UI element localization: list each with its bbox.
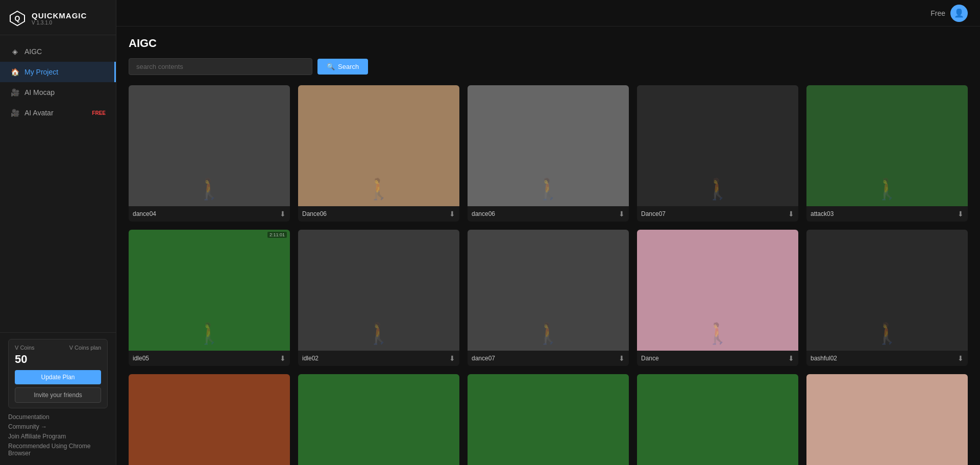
main-content: Free 👤 AIGC 🔍 Search 🚶dance04⬇🚶Dance06⬇🚶… bbox=[116, 0, 980, 465]
video-info-v6: idle05⬇ bbox=[129, 351, 290, 366]
sidebar-item-aigc[interactable]: ◈AIGC bbox=[0, 41, 116, 62]
video-thumb-v1: 🚶 bbox=[129, 85, 290, 206]
download-icon-v2[interactable]: ⬇ bbox=[449, 210, 455, 218]
sidebar-item-ai-mocap[interactable]: 🎥AI Mocap bbox=[0, 82, 116, 103]
search-input[interactable] bbox=[129, 58, 312, 75]
vcoins-plan-label: V Coins plan bbox=[69, 345, 101, 351]
download-icon-v4[interactable]: ⬇ bbox=[788, 210, 794, 218]
video-thumb-v15: 🚶 bbox=[806, 374, 968, 465]
thumb-placeholder-v13: 🚶 bbox=[468, 374, 629, 465]
thumb-placeholder-v11: 🚶 bbox=[129, 374, 290, 465]
logo-area: Q QUICKMAGIC V 1.3.1.0 bbox=[0, 0, 116, 35]
video-info-v2: Dance06⬇ bbox=[298, 206, 459, 222]
video-info-v5: attack03⬇ bbox=[806, 206, 968, 222]
video-card-v11[interactable]: 🚶Dacne02⬇ bbox=[129, 374, 290, 465]
video-thumb-v9: 🚶 bbox=[637, 230, 798, 351]
figure-icon-v5: 🚶 bbox=[874, 177, 900, 201]
video-card-v5[interactable]: 🚶attack03⬇ bbox=[806, 85, 968, 222]
thumb-placeholder-v7: 🚶 bbox=[298, 230, 459, 351]
video-card-v6[interactable]: 🚶2:11:01idle05⬇ bbox=[129, 230, 290, 366]
video-card-v3[interactable]: 🚶dance06⬇ bbox=[468, 85, 629, 222]
sidebar-bottom: V Coins V Coins plan 50 Update Plan Invi… bbox=[0, 332, 116, 465]
video-card-v4[interactable]: 🚶Dance07⬇ bbox=[637, 85, 798, 222]
ai-avatar-icon: 🎥 bbox=[10, 108, 19, 117]
thumb-placeholder-v6: 🚶2:11:01 bbox=[129, 230, 290, 351]
video-thumb-v10: 🚶 bbox=[806, 230, 968, 351]
video-name-v1: dance04 bbox=[133, 210, 277, 217]
video-grid: 🚶dance04⬇🚶Dance06⬇🚶dance06⬇🚶Dance07⬇🚶att… bbox=[129, 85, 968, 465]
download-icon-v9[interactable]: ⬇ bbox=[788, 354, 794, 362]
download-icon-v5[interactable]: ⬇ bbox=[958, 210, 964, 218]
sidebar: Q QUICKMAGIC V 1.3.1.0 ◈AIGC🏠My Project🎥… bbox=[0, 0, 116, 465]
video-name-v10: bashful02 bbox=[811, 355, 954, 362]
my-project-icon: 🏠 bbox=[10, 67, 19, 77]
logo-text: QUICKMAGIC V 1.3.1.0 bbox=[32, 11, 87, 26]
video-name-v3: dance06 bbox=[472, 210, 616, 217]
sidebar-item-my-project[interactable]: 🏠My Project bbox=[0, 62, 116, 82]
thumb-placeholder-v5: 🚶 bbox=[806, 85, 968, 206]
download-icon-v1[interactable]: ⬇ bbox=[280, 210, 286, 218]
video-card-v1[interactable]: 🚶dance04⬇ bbox=[129, 85, 290, 222]
video-thumb-v5: 🚶 bbox=[806, 85, 968, 206]
video-thumb-v3: 🚶 bbox=[468, 85, 629, 206]
figure-icon-v6: 🚶 bbox=[197, 322, 222, 346]
download-icon-v6[interactable]: ⬇ bbox=[280, 354, 286, 362]
sidebar-item-label-ai-mocap: AI Mocap bbox=[24, 88, 55, 96]
video-info-v9: Dance⬇ bbox=[637, 351, 798, 366]
download-icon-v10[interactable]: ⬇ bbox=[958, 354, 964, 362]
sidebar-link-docs[interactable]: Documentation bbox=[8, 413, 108, 421]
video-thumb-v14: 🚶 bbox=[637, 374, 798, 465]
video-card-v10[interactable]: 🚶bashful02⬇ bbox=[806, 230, 968, 366]
thumb-placeholder-v9: 🚶 bbox=[637, 230, 798, 351]
search-bar: 🔍 Search bbox=[129, 58, 968, 75]
video-info-v3: dance06⬇ bbox=[468, 206, 629, 222]
ai-mocap-icon: 🎥 bbox=[10, 88, 19, 97]
video-card-v15[interactable]: 🚶dance02⬇ bbox=[806, 374, 968, 465]
video-card-v14[interactable]: 🚶attack02⬇ bbox=[637, 374, 798, 465]
sidebar-nav: ◈AIGC🏠My Project🎥AI Mocap🎥AI AvatarFREE bbox=[0, 35, 116, 332]
download-icon-v8[interactable]: ⬇ bbox=[619, 354, 625, 362]
thumb-placeholder-v15: 🚶 bbox=[806, 374, 968, 465]
video-info-v7: idle02⬇ bbox=[298, 351, 459, 366]
search-button-label: Search bbox=[338, 63, 359, 70]
video-info-v10: bashful02⬇ bbox=[806, 351, 968, 366]
vcoins-header: V Coins V Coins plan bbox=[15, 345, 101, 351]
video-card-v8[interactable]: 🚶dance07⬇ bbox=[468, 230, 629, 366]
video-name-v4: Dance07 bbox=[641, 210, 785, 217]
video-card-v13[interactable]: 🚶Attack⬇ bbox=[468, 374, 629, 465]
svg-text:Q: Q bbox=[15, 14, 20, 22]
video-card-v7[interactable]: 🚶idle02⬇ bbox=[298, 230, 459, 366]
quickmagic-logo-icon: Q bbox=[8, 9, 27, 28]
invite-friends-button[interactable]: Invite your friends bbox=[15, 387, 101, 403]
video-thumb-v11: 🚶 bbox=[129, 374, 290, 465]
video-card-v2[interactable]: 🚶Dance06⬇ bbox=[298, 85, 459, 222]
video-info-v1: dance04⬇ bbox=[129, 206, 290, 222]
sidebar-link-chrome[interactable]: Recommended Using Chrome Browser bbox=[8, 443, 108, 457]
video-name-v6: idle05 bbox=[133, 355, 277, 362]
user-avatar[interactable]: 👤 bbox=[950, 5, 968, 22]
sidebar-link-affiliate[interactable]: Join Affiliate Program bbox=[8, 433, 108, 440]
video-card-v9[interactable]: 🚶Dance⬇ bbox=[637, 230, 798, 366]
video-info-v8: dance07⬇ bbox=[468, 351, 629, 366]
figure-icon-v4: 🚶 bbox=[705, 177, 730, 201]
thumb-placeholder-v1: 🚶 bbox=[129, 85, 290, 206]
sidebar-item-label-aigc: AIGC bbox=[24, 47, 42, 56]
sidebar-links: Documentation Community → Join Affiliate… bbox=[8, 413, 108, 457]
sidebar-link-community[interactable]: Community → bbox=[8, 423, 108, 430]
sidebar-item-ai-avatar[interactable]: 🎥AI AvatarFREE bbox=[0, 103, 116, 123]
topbar: Free 👤 bbox=[116, 0, 980, 27]
update-plan-button[interactable]: Update Plan bbox=[15, 370, 101, 384]
video-name-v5: attack03 bbox=[811, 210, 954, 217]
video-info-v4: Dance07⬇ bbox=[637, 206, 798, 222]
video-thumb-v4: 🚶 bbox=[637, 85, 798, 206]
search-button[interactable]: 🔍 Search bbox=[317, 59, 368, 75]
figure-icon-v9: 🚶 bbox=[705, 322, 730, 346]
video-name-v2: Dance06 bbox=[302, 210, 446, 217]
video-name-v9: Dance bbox=[641, 355, 785, 362]
vcoins-box: V Coins V Coins plan 50 Update Plan Invi… bbox=[8, 339, 108, 408]
video-thumb-v13: 🚶 bbox=[468, 374, 629, 465]
download-icon-v7[interactable]: ⬇ bbox=[449, 354, 455, 362]
figure-icon-v8: 🚶 bbox=[535, 322, 561, 346]
download-icon-v3[interactable]: ⬇ bbox=[619, 210, 625, 218]
video-card-v12[interactable]: 🚶attack04⬇ bbox=[298, 374, 459, 465]
